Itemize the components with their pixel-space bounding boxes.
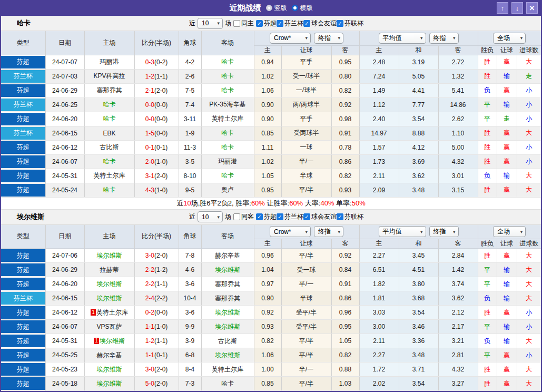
odds-stage-select[interactable]: 终指 ▾ — [314, 226, 343, 237]
close-button[interactable]: ✕ — [526, 2, 538, 14]
league-filter[interactable]: ✓芬联杯 — [337, 19, 363, 28]
avg-draw-cell: 3.62 — [399, 169, 438, 183]
odds-source-select[interactable]: Crow* ▾ — [270, 226, 311, 237]
same-venue-filter[interactable]: 同客 — [233, 212, 254, 221]
same-venue-filter[interactable]: 同主 — [233, 19, 254, 28]
col-header-type: 类型 — [1, 225, 45, 249]
avg-home-cell: 2.27 — [359, 348, 399, 362]
checkbox-checked-icon[interactable]: ✓ — [303, 213, 310, 220]
chevron-down-icon: ▾ — [520, 35, 523, 41]
home-team-cell: 玛丽港 — [84, 55, 134, 69]
chevron-down-icon: ▾ — [305, 229, 308, 234]
handicap-result-cell: 赢 — [497, 154, 517, 169]
checkbox-checked-icon[interactable]: ✓ — [337, 20, 343, 27]
checkbox-checked-icon[interactable]: ✓ — [337, 213, 343, 220]
close-icon: ✕ — [529, 4, 535, 12]
checkbox-checked-icon[interactable]: ✓ — [277, 20, 283, 27]
league-badge: 芬超 — [1, 170, 45, 182]
move-up-button[interactable]: ↑ — [497, 2, 508, 14]
avg-draw-cell: 4.51 — [399, 263, 438, 277]
subheader-avg-draw: 和 — [399, 45, 438, 55]
corner-cell: 3-11 — [179, 112, 201, 126]
near-label: 近 — [189, 212, 195, 221]
odds-stage-value: 终指 — [318, 227, 331, 236]
odds-source-select[interactable]: Crow* ▾ — [270, 33, 311, 44]
match-count-select[interactable]: 10 ▾ — [198, 211, 223, 222]
avg-away-cell: 5.41 — [438, 83, 478, 97]
subheader-odds-home: 主 — [254, 45, 281, 55]
matches-tbody: 芬超24-07-06埃尔维斯3-0(2-0)7-8赫尔辛基0.96平/半0.92… — [1, 249, 541, 391]
league-type-cell: 芬兰杯 — [1, 126, 45, 140]
sections-host: 哈卡 近 10 ▾ 场 同主 ✓芬超✓芬兰杯✓球会友谊✓芬联杯 — [1, 16, 541, 392]
summary-win-rate: 60% — [251, 199, 265, 207]
scope-select[interactable]: 全场 ▾ — [493, 33, 526, 44]
away-team-cell: 哈卡 — [201, 83, 254, 97]
scope-select[interactable]: 全场 ▾ — [493, 226, 526, 237]
handicap-cell: 平/半 — [281, 334, 331, 348]
average-select[interactable]: 平均值 ▾ — [379, 226, 426, 237]
average-stage-select[interactable]: 终指 ▾ — [429, 226, 459, 237]
section-header: 哈卡 近 10 ▾ 场 同主 ✓芬超✓芬兰杯✓球会友谊✓芬联杯 — [1, 16, 541, 31]
checkbox-unchecked-icon[interactable] — [233, 213, 240, 220]
checkbox-checked-icon[interactable]: ✓ — [256, 20, 263, 27]
home-team-cell: 哈卡 — [84, 154, 134, 169]
corner-cell: 6-8 — [179, 348, 201, 362]
league-type-cell: 芬超 — [1, 249, 45, 263]
chevron-down-icon: ▾ — [420, 35, 423, 41]
odds-away-cell: 0.91 — [331, 126, 359, 140]
avg-draw-cell: 3.54 — [399, 112, 438, 126]
layout-radio-vertical[interactable]: 竖版 — [266, 4, 287, 13]
result-cell: 负 — [478, 83, 497, 97]
odds-away-cell: 0.92 — [331, 97, 359, 112]
checkbox-checked-icon[interactable]: ✓ — [277, 213, 283, 220]
avg-away-cell: 2.72 — [438, 55, 478, 69]
home-team-name: 英特土尔库 — [94, 172, 125, 179]
radio-off-icon[interactable] — [266, 5, 272, 11]
league-filter[interactable]: ✓芬兰杯 — [277, 19, 303, 28]
handicap-cell: 平/半 — [281, 348, 331, 362]
radio-on-icon[interactable] — [292, 5, 298, 11]
same-venue-label: 同主 — [241, 19, 254, 28]
move-down-button[interactable]: ↓ — [511, 2, 523, 14]
score-cell: 0-1(0-1) — [134, 140, 179, 154]
avg-away-cell: 3.01 — [438, 169, 478, 183]
avg-home-cell: 2.27 — [359, 249, 399, 263]
avg-home-cell: 1.57 — [359, 140, 399, 154]
checkbox-checked-icon[interactable]: ✓ — [303, 20, 310, 27]
checkbox-unchecked-icon[interactable] — [233, 20, 240, 27]
home-team-cell: 埃尔维斯 — [84, 291, 134, 306]
home-team-cell: 英特土尔库 — [84, 169, 134, 183]
handicap-cell: 一球 — [281, 140, 331, 154]
away-team-cell: 哈卡 — [201, 69, 254, 83]
away-team-cell: 塞那乔其 — [201, 291, 254, 306]
average-select[interactable]: 平均值 ▾ — [379, 33, 426, 44]
score-cell: 1-2(1-1) — [134, 69, 179, 83]
avg-away-cell: 1.32 — [438, 69, 478, 83]
avg-away-cell: 2.81 — [438, 348, 478, 362]
league-filter[interactable]: ✓球会友谊 — [303, 19, 337, 28]
avg-draw-cell: 3.68 — [399, 291, 438, 306]
layout-radio-horizontal[interactable]: 横版 — [292, 4, 313, 13]
home-team-cell: 埃尔维斯 — [84, 249, 134, 263]
odds-away-cell: 1.03 — [331, 377, 359, 391]
away-team-name: 奥卢 — [221, 186, 234, 193]
league-badge: 芬兰杯 — [1, 99, 45, 111]
match-count-select[interactable]: 10 ▾ — [198, 18, 223, 29]
league-filter[interactable]: ✓芬超 — [256, 19, 277, 28]
league-badge: 芬兰杯 — [1, 127, 45, 140]
league-filter[interactable]: ✓芬兰杯 — [277, 212, 303, 221]
match-row: 芬超24-05-311埃尔维斯1-2(1-1)3-9古比斯0.82平/半1.05… — [1, 334, 541, 348]
league-type-cell: 芬超 — [1, 169, 45, 183]
match-row: 芬超24-05-18埃尔维斯5-0(2-0)7-3哈卡0.85平/半1.032.… — [1, 377, 541, 391]
odds-away-cell: 0.92 — [331, 249, 359, 263]
average-stage-select[interactable]: 终指 ▾ — [429, 33, 459, 44]
avg-away-cell: 4.32 — [438, 154, 478, 169]
odds-stage-select[interactable]: 终指 ▾ — [314, 33, 343, 44]
league-filter[interactable]: ✓芬联杯 — [337, 212, 363, 221]
subheader-avg-home: 主 — [359, 239, 399, 249]
odds-home-cell: 0.92 — [254, 306, 281, 320]
league-filter[interactable]: ✓芬超 — [256, 212, 277, 221]
up-arrow-icon: ↑ — [501, 4, 505, 12]
checkbox-checked-icon[interactable]: ✓ — [256, 213, 263, 220]
league-filter[interactable]: ✓球会友谊 — [303, 212, 337, 221]
